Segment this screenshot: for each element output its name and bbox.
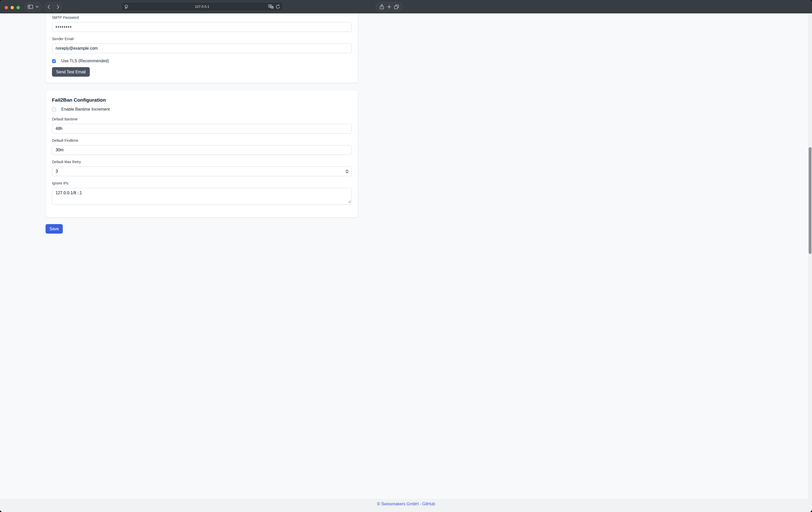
toolbar-divider [53,4,54,9]
sender-email-input[interactable] [52,44,352,53]
navigation-controls [45,2,62,11]
page-settings-icon[interactable] [124,5,128,10]
default-findtime-label: Default Findtime [52,138,352,143]
smtp-password-label: SMTP Password [52,15,352,20]
share-button[interactable] [379,3,384,11]
sidebar-menu-button[interactable] [36,3,38,11]
browser-toolbar: 127.0.0.1 [0,0,406,13]
default-findtime-input[interactable] [52,145,352,155]
send-test-email-button[interactable]: Send Test Email [52,67,90,77]
back-icon [48,5,50,9]
enable-bantime-checkbox[interactable] [52,108,56,111]
ignore-ips-textarea[interactable]: 127.0.0.1/8 ::1 [52,188,352,205]
sender-email-label: Sender Email [52,36,352,41]
toolbar-actions [376,2,403,11]
tab-overview-icon [394,5,399,9]
smtp-password-input[interactable] [52,22,352,32]
tab-overview-button[interactable] [394,3,399,11]
use-tls-checkbox[interactable] [52,59,56,63]
url-text: 127.0.0.1 [195,5,209,8]
sidebar-toggle-button[interactable] [28,3,33,11]
address-bar[interactable]: 127.0.0.1 [121,2,283,11]
default-bantime-input[interactable] [52,124,352,134]
translate-button[interactable] [268,4,273,9]
fail2ban-title: Fail2Ban Configuration [52,96,352,104]
zoom-window-button[interactable] [17,6,20,9]
page-content: SMTP Password Sender Email Use TLS (Reco… [0,13,406,256]
checkmark-icon [53,60,55,62]
back-button[interactable] [48,3,50,11]
chevron-down-icon [36,6,38,8]
sidebar-icon [28,5,33,9]
new-tab-icon [387,5,391,9]
default-max-retry-input[interactable] [52,167,352,176]
save-button[interactable]: Save [46,224,63,234]
resize-handle[interactable] [348,199,351,204]
reload-icon [276,4,280,9]
fail2ban-card: Fail2Ban Configuration Enable Bantime In… [46,90,358,218]
minimize-window-button[interactable] [10,6,14,9]
reload-button[interactable] [276,4,280,9]
smtp-settings-card: SMTP Password Sender Email Use TLS (Reco… [46,13,358,83]
default-bantime-label: Default Bantime [52,117,352,122]
default-max-retry-label: Default Max Retry [52,159,352,164]
number-stepper[interactable] [345,169,349,174]
share-icon [379,4,384,9]
ignore-ips-label: Ignore IPs [52,180,352,186]
browser-window: 127.0.0.1 [0,0,406,256]
forward-button[interactable] [57,3,59,11]
enable-bantime-label: Enable Bantime Increment [61,107,110,112]
stepper-arrows-icon [346,170,348,173]
close-window-button[interactable] [5,6,8,9]
new-tab-button[interactable] [387,3,391,11]
forward-icon [57,5,59,9]
use-tls-label: Use TLS (Recommended) [61,59,109,63]
translate-icon [268,4,273,9]
sidebar-controls [25,2,42,11]
